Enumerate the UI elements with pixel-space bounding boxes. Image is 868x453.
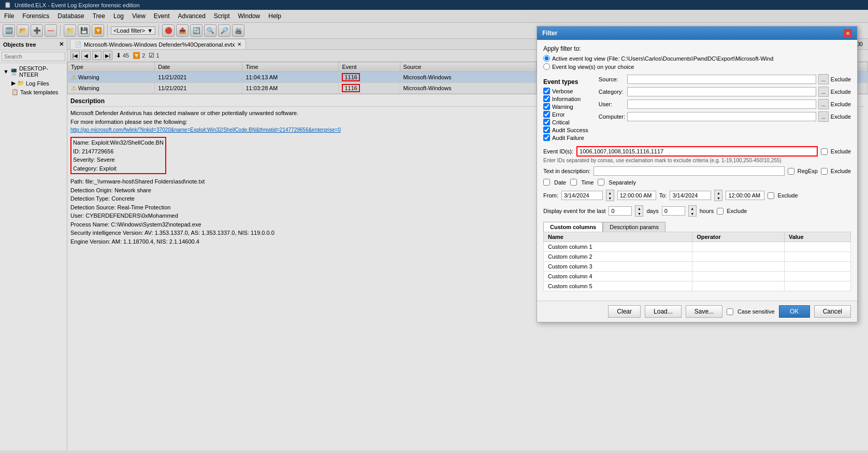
dialog-close-button[interactable]: ✕ [844, 29, 852, 37]
separately-checkbox[interactable] [598, 179, 604, 186]
to-date-spin[interactable]: ▲▼ [714, 190, 722, 201]
choice-log-radio-input[interactable] [543, 63, 550, 70]
date-exclude-checkbox[interactable] [768, 192, 774, 199]
cancel-button[interactable]: Cancel [814, 305, 851, 318]
days-label: days [646, 208, 658, 214]
category-dots-btn[interactable]: ... [818, 87, 829, 97]
custom-row1-op [692, 242, 785, 252]
days-spin[interactable]: ▲▼ [635, 205, 643, 217]
list-item[interactable]: Custom column 2 [544, 252, 851, 262]
event-id-input[interactable] [576, 146, 818, 157]
custom-row2-val [784, 252, 850, 262]
cb-audit-failure[interactable]: Audit Failure [543, 134, 588, 141]
time-checkbox[interactable] [570, 179, 577, 186]
clear-button[interactable]: Clear [608, 305, 641, 318]
cb-warning[interactable]: Warning [543, 103, 588, 110]
custom-row4-name: Custom column 4 [544, 272, 692, 281]
critical-checkbox[interactable] [543, 119, 550, 125]
dialog-footer: Clear Load... Save... Case sensitive OK … [537, 301, 857, 322]
custom-tabs: Custom columns Description params [543, 222, 851, 232]
display-last-hours-input[interactable] [662, 206, 685, 216]
case-sensitive-checkbox[interactable] [727, 308, 733, 315]
case-sensitive-label: Case sensitive [737, 308, 775, 315]
text-desc-input[interactable] [594, 166, 785, 176]
text-desc-label: Text in description: [543, 168, 590, 174]
category-input[interactable] [627, 87, 816, 96]
save-button[interactable]: Save... [686, 305, 722, 318]
event-id-exclude-label: Exclude [831, 148, 851, 154]
hours-down[interactable]: ▼ [689, 211, 696, 216]
user-input[interactable] [627, 100, 816, 109]
desc-params-tab-btn[interactable]: Description params [603, 222, 666, 232]
days-up[interactable]: ▲ [635, 206, 643, 211]
hours-exclude-checkbox[interactable] [717, 208, 724, 215]
active-log-radio-input[interactable] [543, 55, 550, 62]
event-id-exclude-checkbox[interactable] [821, 148, 828, 155]
from-date-down[interactable]: ▼ [606, 195, 614, 201]
source-input[interactable] [627, 75, 816, 84]
information-checkbox[interactable] [543, 95, 550, 102]
warning-checkbox[interactable] [543, 103, 550, 110]
cb-audit-success[interactable]: Audit Success [543, 126, 588, 133]
list-item[interactable]: Custom column 1 [544, 242, 851, 252]
user-label: User: [599, 101, 625, 107]
event-id-label: Event ID(s): [543, 148, 573, 154]
source-exclude: Exclude [831, 76, 851, 82]
custom-row5-val [784, 281, 850, 291]
display-last-days-input[interactable] [609, 206, 632, 216]
event-types-section: Event types Verbose Information Warning [543, 74, 588, 142]
custom-row4-op [692, 272, 785, 281]
from-date-spin[interactable]: ▲▼ [606, 190, 614, 201]
list-item[interactable]: Custom column 4 [544, 272, 851, 281]
days-down[interactable]: ▼ [635, 211, 643, 216]
apply-filter-label: Apply filter to: [543, 45, 851, 52]
error-checkbox[interactable] [543, 111, 550, 118]
date-time-section: Date Time Separately [543, 179, 851, 186]
regexp-checkbox[interactable] [788, 168, 794, 175]
to-date-input[interactable] [670, 191, 711, 200]
from-date-input[interactable] [561, 191, 603, 200]
ok-button[interactable]: OK [779, 305, 810, 318]
to-date-up[interactable]: ▲ [715, 190, 722, 195]
display-last-label: Display event for the last [543, 208, 605, 214]
from-date-up[interactable]: ▲ [606, 190, 614, 195]
hours-up[interactable]: ▲ [689, 206, 696, 211]
audit-success-checkbox[interactable] [543, 126, 550, 133]
active-log-radio[interactable]: Active event log view (File: C:\Users\Ca… [543, 55, 851, 62]
custom-columns-tab-btn[interactable]: Custom columns [543, 222, 603, 232]
custom-row3-op [692, 262, 785, 272]
custom-row4-val [784, 272, 850, 281]
cb-error[interactable]: Error [543, 111, 588, 118]
user-dots-btn[interactable]: ... [818, 99, 829, 109]
cb-verbose[interactable]: Verbose [543, 88, 588, 94]
to-date-down[interactable]: ▼ [715, 195, 722, 201]
cb-information[interactable]: Information [543, 95, 588, 102]
computer-input[interactable] [627, 112, 816, 121]
separately-label: Separately [609, 179, 636, 186]
audit-failure-checkbox[interactable] [543, 134, 550, 141]
to-time-input[interactable] [726, 191, 764, 200]
list-item[interactable]: Custom column 3 [544, 262, 851, 272]
hours-spin[interactable]: ▲▼ [688, 205, 697, 217]
source-label: Source: [599, 76, 625, 82]
dialog-title-bar: Filter ✕ [537, 26, 857, 40]
text-desc-section: Text in description: RegExp Exclude [543, 166, 851, 176]
event-types-label: Event types [543, 78, 588, 86]
dialog-body: Apply filter to: Active event log view (… [537, 40, 857, 301]
from-to-section: From: ▲▼ To: ▲▼ Exclude [543, 190, 851, 201]
computer-dots-btn[interactable]: ... [818, 111, 829, 122]
category-exclude: Exclude [831, 89, 851, 95]
hours-exclude-label: Exclude [727, 208, 747, 214]
choice-log-radio[interactable]: Event log view(s) on your choice [543, 63, 851, 70]
cb-critical[interactable]: Critical [543, 119, 588, 125]
date-checkbox[interactable] [543, 179, 550, 186]
custom-row2-op [692, 252, 785, 262]
active-log-label: Active event log view (File: C:\Users\Ca… [552, 55, 773, 62]
from-time-input[interactable] [617, 191, 656, 200]
load-button[interactable]: Load... [645, 305, 682, 318]
dialog-overlay: Filter ✕ Apply filter to: Active event l… [0, 0, 868, 450]
verbose-checkbox[interactable] [543, 88, 550, 94]
source-dots-btn[interactable]: ... [818, 74, 829, 84]
list-item[interactable]: Custom column 5 [544, 281, 851, 291]
text-exclude-checkbox[interactable] [821, 168, 828, 175]
